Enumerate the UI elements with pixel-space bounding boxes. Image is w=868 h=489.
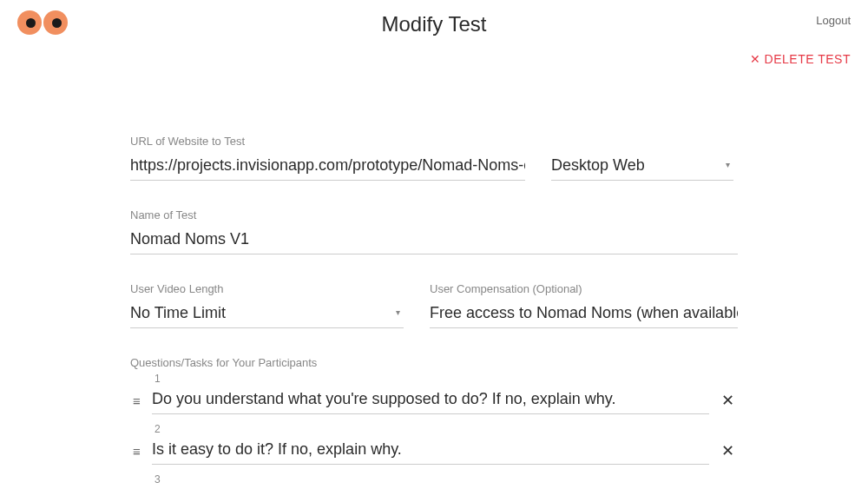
video-length-label: User Video Length (130, 282, 404, 295)
close-icon: ✕ (721, 392, 734, 409)
question-item: 2 ≡ ✕ (130, 423, 738, 465)
url-label: URL of Website to Test (130, 135, 525, 148)
delete-test-button[interactable]: ✕ DELETE TEST (750, 52, 851, 66)
device-label (551, 135, 733, 148)
logo[interactable] (17, 10, 68, 35)
question-item: 3 (130, 473, 738, 486)
drag-handle-icon[interactable]: ≡ (130, 393, 143, 408)
remove-question-button[interactable]: ✕ (718, 441, 738, 460)
name-label: Name of Test (130, 208, 738, 221)
compensation-label: User Compensation (Optional) (430, 282, 738, 295)
test-name-input[interactable] (130, 227, 738, 254)
question-number: 1 (155, 373, 738, 385)
eye-icon (17, 10, 42, 35)
url-input[interactable] (130, 153, 525, 181)
video-length-select[interactable] (130, 301, 404, 328)
question-input[interactable] (152, 437, 709, 465)
question-item: 1 ≡ ✕ (130, 373, 738, 414)
question-number: 2 (155, 423, 738, 435)
drag-handle-icon[interactable]: ≡ (130, 444, 143, 459)
compensation-input[interactable] (430, 301, 738, 328)
eye-icon (43, 10, 68, 35)
question-input[interactable] (152, 387, 709, 414)
question-number: 3 (155, 473, 738, 486)
device-select[interactable] (551, 153, 733, 181)
remove-question-button[interactable]: ✕ (718, 391, 738, 410)
close-icon: ✕ (721, 442, 734, 459)
questions-section-label: Questions/Tasks for Your Participants (130, 356, 738, 369)
page-title: Modify Test (382, 12, 487, 36)
close-icon: ✕ (750, 52, 761, 66)
logout-link[interactable]: Logout (816, 14, 851, 27)
